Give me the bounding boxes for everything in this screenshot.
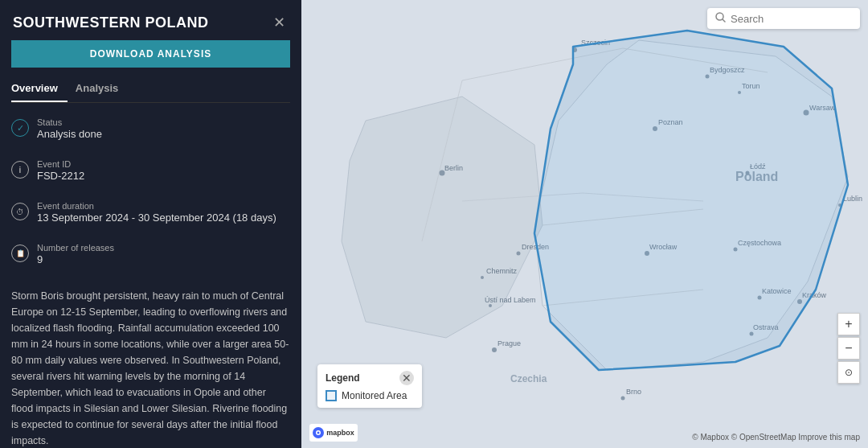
status-value: Analysis done [37, 128, 102, 140]
map-attribution: © Mapbox © OpenStreetMap Improve this ma… [692, 433, 860, 442]
zoom-out-button[interactable]: − [837, 337, 860, 360]
legend-header: Legend ✕ [326, 371, 414, 385]
svg-text:Ústí nad Labem: Ústí nad Labem [485, 296, 536, 304]
svg-text:Prague: Prague [497, 339, 521, 347]
status-section: ✓ Status Analysis done [0, 113, 301, 145]
releases-value: 9 [37, 253, 114, 265]
releases-info: Number of releases 9 [37, 243, 114, 265]
releases-label: Number of releases [37, 243, 114, 253]
svg-point-26 [517, 252, 521, 256]
mapbox-text: mapbox [326, 429, 354, 437]
legend-color-box [326, 390, 337, 401]
reset-bearing-button[interactable]: ⊙ [837, 361, 860, 384]
event-duration-info: Event duration 13 September 2024 - 30 Se… [37, 201, 276, 224]
status-info: Status Analysis done [37, 117, 102, 140]
releases-section: 📋 Number of releases 9 [0, 238, 301, 270]
sidebar-title: SOUTHWESTERN POLAND [13, 14, 209, 31]
search-icon [715, 12, 726, 25]
event-duration-label: Event duration [37, 201, 276, 211]
tab-analysis[interactable]: Analysis [76, 77, 128, 102]
svg-text:Lublin: Lublin [843, 195, 862, 203]
event-duration-section: ⏱ Event duration 13 September 2024 - 30 … [0, 196, 301, 228]
tabs: Overview Analysis [11, 77, 290, 103]
svg-line-53 [723, 19, 725, 22]
event-id-label: Event ID [37, 159, 84, 169]
legend-item: Monitored Area [326, 390, 414, 401]
map-container[interactable]: Poland Szczecin Bydgoszcz Torun Poznan W… [301, 0, 868, 448]
legend-title: Legend [326, 372, 360, 384]
releases-icon: 📋 [11, 245, 29, 262]
event-duration-icon: ⏱ [11, 203, 29, 220]
close-button[interactable]: ✕ [269, 13, 289, 32]
event-duration-value: 13 September 2024 - 30 September 2024 (1… [37, 212, 276, 224]
svg-text:Chemnitz: Chemnitz [486, 267, 518, 275]
svg-point-28 [489, 304, 492, 307]
svg-text:Berlin: Berlin [444, 164, 463, 172]
mapbox-logo-label: mapbox [309, 424, 358, 442]
event-id-value: FSD-2212 [37, 170, 84, 182]
svg-point-30 [621, 397, 625, 401]
map-controls: + − ⊙ [837, 313, 860, 384]
legend-close-button[interactable]: ✕ [399, 371, 414, 385]
zoom-in-button[interactable]: + [837, 313, 860, 335]
sidebar: SOUTHWESTERN POLAND ✕ DOWNLOAD ANALYSIS … [0, 0, 301, 448]
attribution-text: © Mapbox © OpenStreetMap Improve this ma… [692, 433, 860, 442]
svg-text:Czechia: Czechia [510, 373, 547, 384]
download-analysis-button[interactable]: DOWNLOAD ANALYSIS [11, 40, 290, 68]
tab-overview[interactable]: Overview [11, 77, 68, 102]
status-icon: ✓ [11, 119, 29, 137]
search-input[interactable] [731, 13, 852, 25]
legend-item-label: Monitored Area [342, 390, 407, 401]
mapbox-logo: mapbox [309, 424, 358, 442]
svg-point-56 [317, 432, 320, 434]
search-bar [707, 8, 860, 29]
event-id-section: i Event ID FSD-2212 [0, 154, 301, 187]
svg-point-27 [481, 276, 484, 279]
event-id-info: Event ID FSD-2212 [37, 159, 84, 182]
status-label: Status [37, 117, 102, 127]
sidebar-header: SOUTHWESTERN POLAND ✕ [0, 0, 301, 40]
svg-text:Brno: Brno [626, 388, 641, 396]
legend-panel: Legend ✕ Monitored Area [317, 364, 422, 408]
svg-point-29 [492, 347, 497, 352]
event-id-icon: i [11, 161, 29, 179]
description-text: Storm Boris brought persistent, heavy ra… [0, 280, 301, 448]
